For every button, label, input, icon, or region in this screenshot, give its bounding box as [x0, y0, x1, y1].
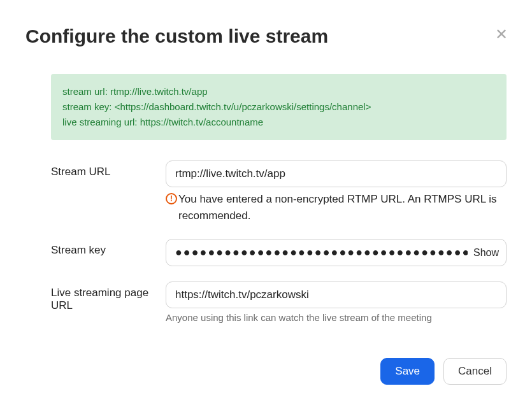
info-banner: stream url: rtmp://live.twitch.tv/app st… — [51, 74, 507, 140]
warning-text: You have entered a non-encrypted RTMP UR… — [178, 191, 507, 224]
stream-url-label: Stream URL — [51, 161, 166, 224]
page-url-label: Live streaming page URL — [51, 282, 166, 323]
page-url-help: Anyone using this link can watch the liv… — [166, 312, 507, 323]
close-icon[interactable]: ✕ — [495, 27, 508, 42]
info-line: stream key: <https://dashboard.twitch.tv… — [62, 99, 495, 115]
stream-url-input[interactable] — [166, 161, 507, 187]
info-line: stream url: rtmp://live.twitch.tv/app — [62, 84, 495, 99]
save-button[interactable]: Save — [380, 358, 435, 385]
warning-icon: ! — [166, 193, 177, 204]
show-key-button[interactable]: Show — [473, 247, 499, 259]
page-url-input[interactable] — [166, 282, 507, 308]
info-line: live streaming url: https://twitch.tv/ac… — [62, 115, 495, 130]
modal-title: Configure the custom live stream — [25, 25, 507, 47]
stream-url-warning: ! You have entered a non-encrypted RTMP … — [166, 191, 507, 224]
configure-live-stream-modal: ✕ Configure the custom live stream strea… — [0, 0, 532, 404]
page-url-row: Live streaming page URL Anyone using thi… — [51, 282, 507, 323]
modal-footer: Save Cancel — [25, 358, 507, 385]
cancel-button[interactable]: Cancel — [443, 358, 507, 385]
stream-key-input[interactable] — [166, 239, 507, 266]
stream-url-row: Stream URL ! You have entered a non-encr… — [51, 161, 507, 224]
stream-key-label: Stream key — [51, 239, 166, 266]
stream-key-row: Stream key Show — [51, 239, 507, 266]
